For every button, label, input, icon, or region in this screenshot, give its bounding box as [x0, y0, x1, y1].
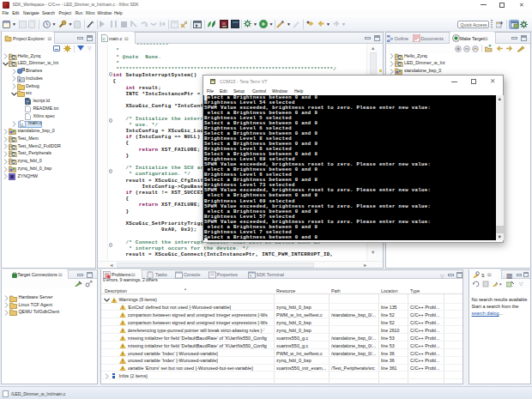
svg-text:C: C — [11, 62, 15, 68]
svg-text:C: C — [11, 54, 15, 60]
svg-text:C: C — [11, 152, 15, 158]
svg-text:C: C — [11, 144, 15, 150]
svg-text:C: C — [11, 136, 15, 142]
svg-text:C: C — [397, 54, 402, 60]
svg-text:C: C — [397, 62, 402, 68]
svg-text:c: c — [21, 122, 23, 127]
svg-text:C: C — [11, 160, 15, 166]
svg-text:▩: ▩ — [506, 272, 513, 279]
svg-text:c: c — [103, 36, 106, 42]
